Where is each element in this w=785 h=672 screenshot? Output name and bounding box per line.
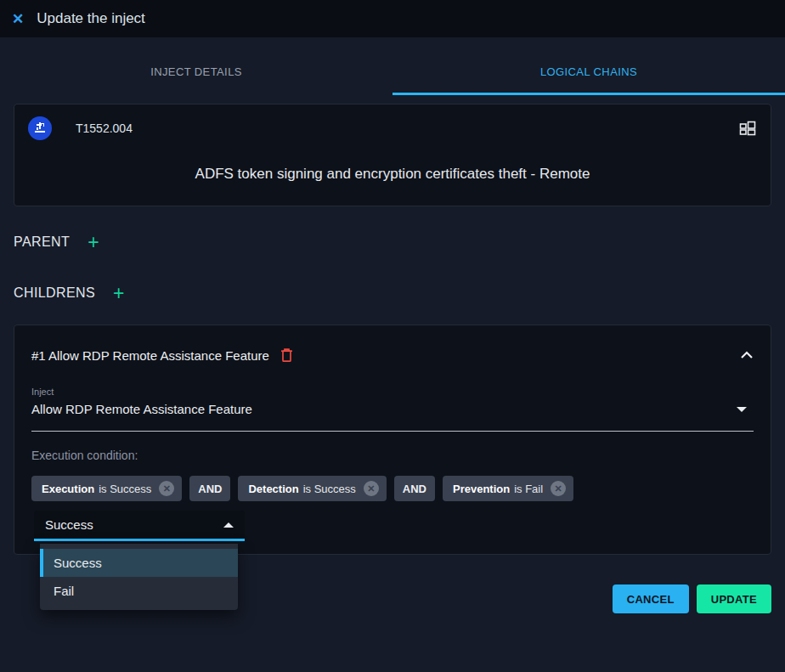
inject-field-label: Inject	[31, 387, 754, 397]
parent-label: PARENT	[14, 234, 70, 250]
caret-up-icon	[223, 522, 234, 528]
caret-down-icon	[737, 407, 747, 412]
menu-item-fail[interactable]: Fail	[40, 577, 238, 605]
update-button[interactable]: UPDATE	[697, 584, 771, 613]
execution-condition-label: Execution condition:	[31, 449, 754, 462]
child-inject-card: #1 Allow RDP Remote Assistance Feature I…	[14, 325, 771, 555]
delete-child-icon[interactable]	[280, 347, 293, 363]
inject-select-value: Allow RDP Remote Assistance Feature	[31, 402, 252, 416]
chip-remove-icon[interactable]: ✕	[364, 481, 379, 496]
operator-chip: AND	[189, 476, 230, 501]
window-grid-icon[interactable]	[738, 120, 757, 137]
tab-inject-details[interactable]: INJECT DETAILS	[0, 37, 392, 95]
condition-chip-detection[interactable]: Detection is Success ✕	[238, 476, 386, 501]
mitre-attack-icon	[28, 116, 52, 140]
modal-content: T1552.004 ADFS token signing and encrypt…	[0, 104, 785, 613]
technique-id: T1552.004	[76, 121, 133, 135]
modal-title: Update the inject	[37, 10, 145, 27]
add-child-button[interactable]: +	[113, 285, 125, 301]
chip-text: is Fail	[514, 483, 543, 495]
childrens-label: CHILDRENS	[14, 285, 95, 301]
status-select-wrap: Success Success Fail	[34, 511, 245, 541]
condition-chip-execution[interactable]: Execution is Success ✕	[31, 476, 182, 501]
technique-card: T1552.004 ADFS token signing and encrypt…	[14, 104, 771, 206]
cancel-button[interactable]: CANCEL	[613, 584, 689, 613]
chevron-up-icon[interactable]	[740, 351, 754, 359]
childrens-section-heading: CHILDRENS +	[14, 285, 771, 301]
child-card-header: #1 Allow RDP Remote Assistance Feature	[31, 347, 754, 363]
chip-field: Execution	[42, 483, 94, 495]
chip-remove-icon[interactable]: ✕	[159, 481, 174, 496]
status-dropdown-menu: Success Fail	[40, 544, 238, 610]
technique-card-header: T1552.004	[14, 104, 771, 140]
chip-field: Detection	[248, 483, 298, 495]
status-select-value: Success	[45, 517, 93, 532]
tab-logical-chains[interactable]: LOGICAL CHAINS	[392, 37, 785, 95]
condition-chip-prevention[interactable]: Prevention is Fail ✕	[443, 476, 573, 501]
chip-text: is Success	[303, 483, 356, 495]
update-inject-modal: ✕ Update the inject INJECT DETAILS LOGIC…	[0, 0, 785, 672]
operator-chip: AND	[394, 476, 435, 501]
technique-title: ADFS token signing and encryption certif…	[14, 140, 771, 206]
child-title: #1 Allow RDP Remote Assistance Feature	[31, 348, 269, 363]
modal-header: ✕ Update the inject	[0, 0, 785, 37]
status-select[interactable]: Success	[34, 511, 245, 541]
tab-bar: INJECT DETAILS LOGICAL CHAINS	[0, 37, 785, 95]
condition-chips-row: Execution is Success ✕ AND Detection is …	[31, 476, 754, 501]
parent-section-heading: PARENT +	[14, 234, 771, 250]
add-parent-button[interactable]: +	[88, 234, 99, 250]
chip-remove-icon[interactable]: ✕	[551, 481, 566, 496]
close-icon[interactable]: ✕	[12, 12, 24, 26]
chip-text: is Success	[99, 483, 151, 495]
tab-inject-details-label: INJECT DETAILS	[150, 65, 242, 78]
inject-select[interactable]: Allow RDP Remote Assistance Feature	[31, 402, 754, 432]
tab-logical-chains-label: LOGICAL CHAINS	[540, 65, 637, 78]
menu-item-success[interactable]: Success	[40, 549, 238, 577]
chip-field: Prevention	[453, 483, 510, 495]
